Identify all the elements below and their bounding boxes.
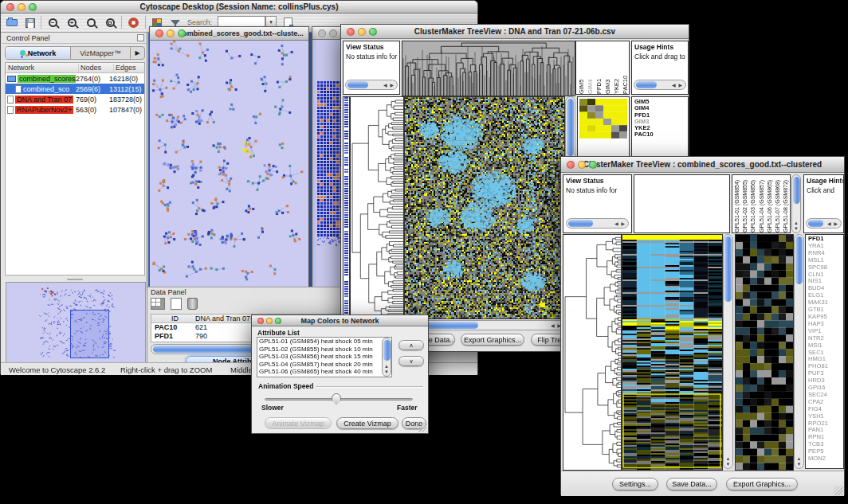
up-arrow-glyph: ∧	[409, 342, 413, 349]
new-attribute-icon[interactable]	[171, 298, 182, 310]
float-panel-icon[interactable]	[137, 34, 144, 41]
column-label[interactable]: PAC10	[622, 42, 629, 94]
attribute-item[interactable]: GPL51-04 (GSM857) heat shock 20 min	[257, 361, 391, 369]
network-table-row[interactable]: RNAPuberNov2+563(0)107847(0)	[6, 104, 144, 115]
settings-button[interactable]: Settings...	[612, 478, 658, 490]
close-icon[interactable]	[257, 318, 264, 324]
slider-thumb[interactable]	[332, 393, 341, 404]
gene-label[interactable]: PAC10	[634, 131, 688, 138]
attribute-item[interactable]: GPL51-03 (GSM856) heat shock 15 min	[257, 353, 391, 361]
resize-grip[interactable]	[418, 423, 427, 432]
zoom-out-button[interactable]: −	[45, 15, 61, 30]
column-label[interactable]: GIM5	[578, 42, 585, 94]
network-view-canvas[interactable]	[150, 41, 308, 288]
minimize-icon[interactable]	[578, 161, 586, 169]
help-lifering-icon[interactable]	[125, 15, 141, 30]
column-dendrogram-canvas[interactable]	[402, 41, 575, 96]
attribute-item[interactable]: GPL51-02 (GSM855) heat shock 10 min	[257, 346, 391, 354]
row-dendrogram-canvas[interactable]	[350, 96, 404, 319]
heatmap-vscrollbar[interactable]: ▲▼	[723, 234, 733, 469]
col-header-nodes[interactable]: Nodes	[79, 64, 114, 72]
zoom-window-icon[interactable]	[275, 318, 281, 324]
similarity-matrix-canvas[interactable]	[579, 99, 627, 139]
heatmap-canvas[interactable]	[404, 96, 565, 319]
zoom-window-icon[interactable]	[589, 161, 597, 169]
id-col-header[interactable]: ID	[151, 315, 195, 322]
column-dendrogram-area[interactable]	[634, 174, 730, 233]
map-colors-titlebar[interactable]: Map Colors to Network	[252, 315, 428, 326]
delete-attribute-icon[interactable]	[187, 298, 198, 310]
attribute-item[interactable]: GPL51-01 (GSM854) heat shock 05 min	[257, 338, 391, 346]
minimize-icon[interactable]	[358, 28, 366, 36]
network-view-titlebar[interactable]: combined_scores_good.txt--cluste...	[150, 27, 308, 41]
column-label[interactable]: YKE2	[613, 42, 620, 94]
minimize-icon[interactable]	[329, 29, 337, 37]
animate-vizmap-button[interactable]: Animate Vizmap	[265, 417, 332, 429]
zoom-fit-button[interactable]	[102, 15, 118, 30]
column-label[interactable]: GPL51-08 (GSM872)	[783, 176, 790, 232]
minimize-icon[interactable]	[167, 29, 175, 37]
column-label[interactable]: GPL51-04 (GSM857)	[759, 176, 766, 232]
minimize-icon[interactable]	[266, 318, 273, 324]
row-dendrogram-canvas[interactable]	[563, 234, 622, 471]
col-header-network[interactable]: Network	[6, 64, 79, 72]
gene-list-item[interactable]: MON2	[806, 455, 843, 463]
move-down-button[interactable]: ∨	[398, 356, 424, 366]
close-icon[interactable]	[318, 29, 326, 37]
column-label[interactable]: PFD1	[595, 42, 603, 94]
zoom-window-icon[interactable]	[178, 29, 186, 37]
open-file-button[interactable]	[4, 15, 20, 30]
network-table-row[interactable]: DNA and Tran 07769(0)183728(0)	[6, 94, 144, 104]
column-labels-vscrollbar[interactable]: ▲▼	[791, 174, 801, 233]
heatmap-canvas[interactable]	[622, 234, 723, 471]
tab-vizmapper[interactable]: VizMapper™	[71, 47, 130, 59]
view-status-scrollbar[interactable]: ◀ ▶	[566, 218, 629, 229]
zoom-window-icon[interactable]	[369, 28, 377, 36]
tab-network[interactable]: Network	[6, 47, 71, 59]
select-attributes-icon[interactable]	[151, 298, 165, 310]
resize-grip[interactable]	[834, 486, 843, 495]
close-icon[interactable]	[155, 29, 163, 37]
window-controls[interactable]	[6, 3, 37, 11]
export-graphics-button[interactable]: Export Graphics...	[461, 334, 524, 346]
column-label[interactable]: GIM3	[604, 42, 611, 94]
column-label[interactable]: GPL51-02 (GSM855)	[742, 176, 749, 232]
move-up-button[interactable]: ∧	[398, 340, 424, 350]
zoom-window-icon[interactable]	[29, 3, 37, 11]
column-label[interactable]: GPL51-01 (GSM854)	[734, 176, 741, 232]
close-icon[interactable]	[6, 3, 14, 11]
save-session-button[interactable]	[22, 15, 38, 30]
usage-hints-scrollbar[interactable]: ◀ ▶	[634, 80, 686, 90]
col-header-edges[interactable]: Edges	[114, 64, 141, 72]
column-label[interactable]: GPL51-06 (GSM865)	[767, 176, 774, 232]
column-label[interactable]: GIM4	[587, 42, 594, 94]
zoom-vscrollbar[interactable]: ▲▼	[794, 234, 804, 469]
network-table-row[interactable]: combined_scores2764(0)16218(0)	[6, 73, 144, 84]
global-pixel-strip-canvas[interactable]	[343, 96, 350, 319]
close-icon[interactable]	[567, 161, 575, 169]
zoom-selected-button[interactable]	[83, 15, 99, 30]
attribute-listbox[interactable]: GPL51-01 (GSM854) heat shock 05 minGPL51…	[257, 337, 392, 377]
attribute-list-vscrollbar[interactable]: ▲▼	[382, 338, 391, 377]
network-tree-table: Network Nodes Edges combined_scores2764(…	[5, 62, 145, 275]
attribute-item[interactable]: GPL51-07 (GSM868) heat shock 60 min	[257, 376, 391, 378]
attribute-item[interactable]: GPL51-06 (GSM865) heat shock 40 min	[257, 368, 391, 376]
export-graphics-button[interactable]: Export Graphics...	[726, 478, 798, 490]
treeview-dna-titlebar[interactable]: ClusterMaker TreeView : DNA and Tran 07-…	[341, 25, 689, 39]
minimize-icon[interactable]	[18, 3, 26, 11]
close-icon[interactable]	[347, 28, 355, 36]
view-status-scrollbar[interactable]: ◀ ▶	[345, 80, 398, 90]
panel-splitter[interactable]	[5, 277, 145, 281]
usage-hints-scrollbar[interactable]: ◀ ▶	[806, 218, 842, 229]
network-overview-canvas[interactable]	[6, 282, 146, 363]
create-vizmap-button[interactable]: Create Vizmap	[336, 417, 398, 429]
main-titlebar[interactable]: Cytoscape Desktop (Session Name: collins…	[1, 1, 477, 14]
column-label[interactable]: GPL51-07 (GSM868)	[775, 176, 782, 232]
zoom-in-button[interactable]: +	[64, 15, 80, 30]
zoom-heatmap-canvas[interactable]	[735, 234, 794, 471]
treeview-combined-titlebar[interactable]: ClusterMaker TreeView : combined_scores_…	[561, 157, 844, 173]
save-data-button[interactable]: Save Data...	[666, 478, 717, 490]
column-label[interactable]: GPL51-03 (GSM856)	[750, 176, 757, 232]
network-table-row[interactable]: combined_sco2569(6)13112(15)	[6, 84, 144, 94]
tab-overflow-arrow[interactable]: ▶	[130, 47, 144, 59]
